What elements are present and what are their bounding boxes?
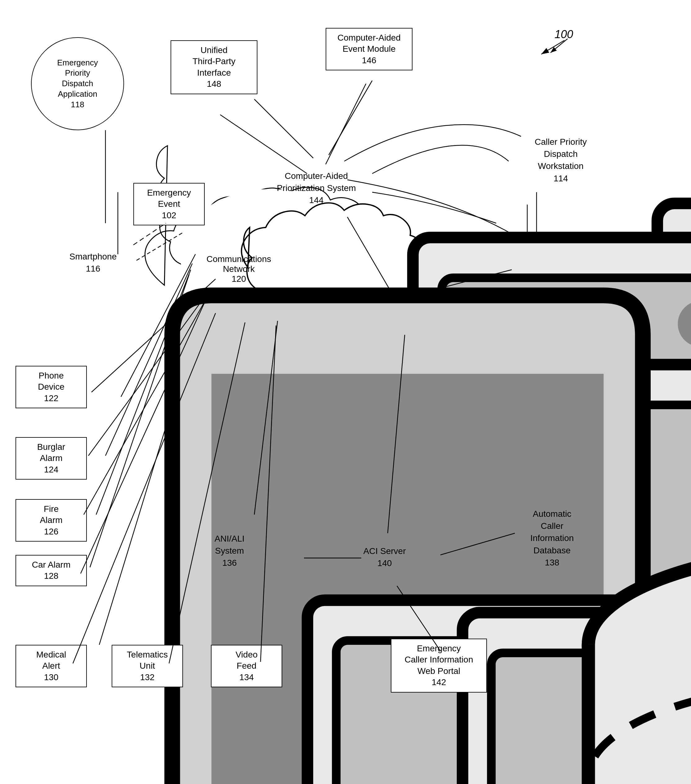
eciwp-node: EmergencyCaller InformationWeb Portal 14…	[391, 639, 487, 693]
unified-node: Unified Third-Party Interface 148	[171, 40, 257, 94]
phone-label: PhoneDevice	[21, 370, 81, 393]
unified-ref: 148	[176, 78, 252, 90]
phone-ref: 122	[21, 393, 81, 404]
fire-label: FireAlarm	[21, 504, 81, 526]
unified-label: Unified Third-Party Interface	[176, 44, 252, 78]
aci-db-node: AutomaticCallerInformationDatabase 138	[509, 465, 595, 568]
eciwp-label: EmergencyCaller InformationWeb Portal	[396, 643, 482, 677]
fire-ref: 126	[21, 526, 81, 537]
caem-label: Computer-Aided Event Module	[331, 32, 407, 55]
epda-node: Emergency Priority Dispatch Application …	[31, 37, 124, 130]
burglar-alarm-node: BurglarAlarm 124	[15, 437, 87, 479]
car-ref: 128	[21, 570, 81, 581]
telematics-node: TelematicsUnit 132	[112, 645, 183, 687]
comm-network-label: CommunicationsNetwork 120	[192, 254, 285, 284]
burglar-label: BurglarAlarm	[21, 441, 81, 464]
telematics-label: TelematicsUnit	[117, 649, 177, 672]
caps-node: Computer-AidedPrioritization System 144	[273, 133, 360, 206]
telematics-ref: 132	[117, 672, 177, 683]
emergency-event-label: EmergencyEvent	[139, 187, 199, 210]
diagram-number: 100	[554, 28, 573, 41]
medical-label: MedicalAlert	[21, 649, 81, 672]
car-alarm-node: Car Alarm 128	[15, 555, 87, 586]
smartphone-node: Smartphone 116	[62, 217, 124, 275]
aci-server-node: ACI Server 140	[347, 508, 422, 569]
phone-device-node: PhoneDevice 122	[15, 366, 87, 408]
epda-label: Emergency Priority Dispatch Application	[57, 58, 98, 99]
ani-ali-node: ANI/ALISystem 136	[192, 496, 267, 569]
medical-ref: 130	[21, 672, 81, 683]
burglar-ref: 124	[21, 464, 81, 475]
epda-ref: 118	[57, 99, 98, 110]
medical-alert-node: MedicalAlert 130	[15, 645, 87, 687]
car-label: Car Alarm	[21, 559, 81, 570]
eciwp-ref: 142	[396, 677, 482, 688]
diagram-container: 100 Emergency Priority Dispatch Applicat…	[0, 0, 691, 784]
fire-alarm-node: FireAlarm 126	[15, 499, 87, 542]
caem-node: Computer-Aided Event Module 146	[326, 28, 412, 70]
caem-ref: 146	[331, 55, 407, 66]
svg-rect-62	[588, 644, 691, 784]
